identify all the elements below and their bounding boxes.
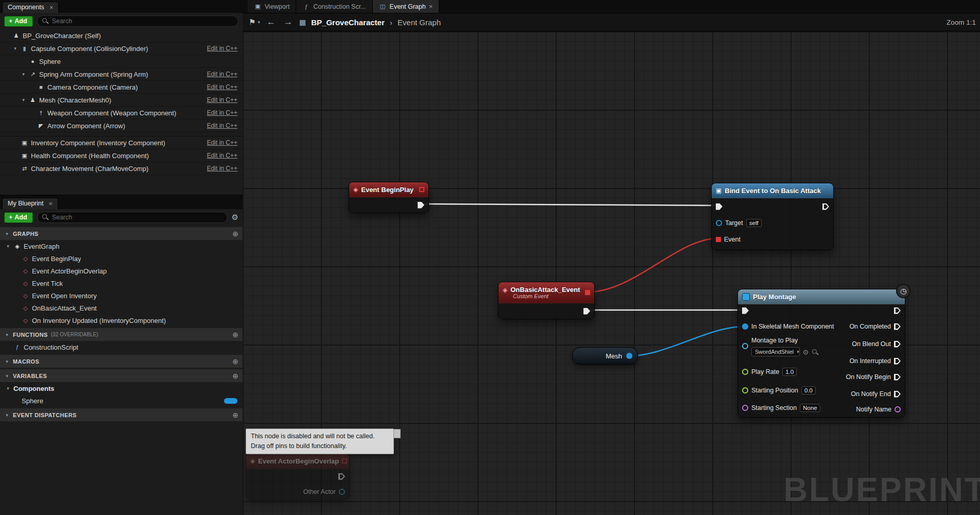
on-interrupted-exec-pin[interactable]: [894, 358, 901, 365]
component-tree-row-inventory-component-inventory-component[interactable]: ▣Inventory Component (Inventory Componen…: [0, 136, 243, 149]
section-expander-icon[interactable]: ▾: [4, 231, 10, 236]
play-rate-float-pin[interactable]: [742, 369, 748, 375]
expander-icon[interactable]: ▾: [5, 244, 11, 249]
event-delegate-pin[interactable]: [716, 237, 721, 242]
exec-input-pin[interactable]: [716, 203, 723, 210]
component-tree-row-arrow-component-arrow[interactable]: ◤Arrow Component (Arrow)Edit in C++: [0, 119, 243, 132]
skeletal-mesh-input-pin[interactable]: [742, 323, 748, 330]
starting-position-float-pin[interactable]: [742, 387, 748, 393]
delegate-output-pin[interactable]: [585, 290, 590, 295]
exec-output-pin[interactable]: [418, 202, 424, 209]
add-section-item-button[interactable]: ⊕: [232, 230, 238, 237]
exec-input-pin[interactable]: [742, 307, 749, 314]
add-component-button[interactable]: + Add: [4, 16, 33, 27]
forward-arrow-button[interactable]: →: [282, 17, 294, 27]
exec-output-pin[interactable]: [583, 308, 590, 315]
tab-my-blueprint[interactable]: My Blueprint ×: [2, 198, 58, 209]
add-section-item-button[interactable]: ⊕: [232, 358, 238, 365]
section-header-variables[interactable]: ▾VARIABLES⊕: [0, 369, 243, 382]
add-section-item-button[interactable]: ⊕: [232, 411, 238, 419]
section-expander-icon[interactable]: ▾: [4, 413, 10, 418]
montage-asset-pin[interactable]: [742, 343, 748, 349]
node-mesh-variable[interactable]: Mesh: [572, 347, 638, 365]
component-tree-row-bp-grovecharacter-self[interactable]: ♟BP_GroveCharacter (Self): [0, 29, 243, 42]
my-blueprint-row-event-tick[interactable]: ◇Event Tick: [0, 277, 243, 289]
starting-position-field[interactable]: 0.0: [801, 386, 816, 394]
graph-canvas[interactable]: BLUEPRINT ◈ Event BeginPlay: [243, 31, 980, 515]
my-blueprint-row-event-beginplay[interactable]: ◇Event BeginPlay: [0, 252, 243, 265]
on-completed-exec-pin[interactable]: [894, 323, 901, 330]
edit-in-cpp-link[interactable]: Edit in C++: [207, 139, 243, 146]
my-blueprint-row-event-open-inventory[interactable]: ◇Event Open Inventory: [0, 289, 243, 302]
expander-icon[interactable]: ▾: [21, 72, 26, 77]
close-tab-icon[interactable]: ×: [429, 3, 433, 10]
component-tree-row-mesh-charactermesh0[interactable]: ▾♟Mesh (CharacterMesh0)Edit in C++: [0, 94, 243, 107]
my-blueprint-row-onbasicattack-event[interactable]: ◇OnBasicAttack_Event: [0, 302, 243, 314]
component-tree-row-health-component-health-component[interactable]: ▣Health Component (Health Component)Edit…: [0, 149, 243, 162]
exec-output-pin[interactable]: [894, 307, 901, 314]
close-tab-icon[interactable]: ×: [49, 4, 54, 11]
add-blueprint-item-button[interactable]: + Add: [4, 212, 33, 223]
gear-icon[interactable]: ⚙: [232, 213, 238, 222]
target-object-pin[interactable]: [716, 220, 722, 226]
tab-event-graph[interactable]: ◫Event Graph×: [373, 0, 440, 13]
my-blueprint-row-constructionscript[interactable]: ƒConstructionScript: [0, 341, 243, 353]
mesh-output-pin[interactable]: [626, 353, 632, 359]
component-tree-row-camera-component-camera[interactable]: ■Camera Component (Camera)Edit in C++: [0, 81, 243, 94]
edit-in-cpp-link[interactable]: Edit in C++: [207, 83, 243, 91]
component-tree-row-capsule-component-collisioncylinder[interactable]: ▾▮Capsule Component (CollisionCylinder)E…: [0, 42, 243, 55]
section-header-event-dispatchers[interactable]: ▾EVENT DISPATCHERS⊕: [0, 408, 243, 421]
delegate-output-pin[interactable]: [419, 187, 424, 192]
my-blueprint-row-eventgraph[interactable]: ▾◈EventGraph: [0, 240, 243, 252]
edit-in-cpp-link[interactable]: Edit in C++: [207, 109, 243, 116]
add-section-item-button[interactable]: ⊕: [232, 331, 238, 338]
component-tree-row-character-movement-charmovecomp[interactable]: ⇄Character Movement (CharMoveComp)Edit i…: [0, 162, 243, 175]
section-header-functions[interactable]: ▾FUNCTIONS(32 OVERRIDABLE)⊕: [0, 328, 243, 341]
tab-components[interactable]: Components ×: [2, 2, 59, 13]
add-section-item-button[interactable]: ⊕: [232, 372, 238, 380]
component-tree-row-sphere[interactable]: ●Sphere: [0, 55, 243, 68]
variable-type-pill[interactable]: [224, 398, 237, 404]
section-header-graphs[interactable]: ▾GRAPHS⊕: [0, 227, 243, 240]
close-tab-icon[interactable]: ×: [48, 200, 53, 207]
montage-asset-dropdown[interactable]: SwordAndShiel ▾: [751, 347, 800, 356]
node-event-actorbeginoverlap[interactable]: ◈ Event ActorBeginOverlap Other Actor: [246, 453, 350, 500]
play-rate-field[interactable]: 1.0: [782, 368, 797, 376]
expander-icon[interactable]: ▾: [12, 46, 18, 51]
component-tree-row-spring-arm-component-spring-arm[interactable]: ▾↗Spring Arm Component (Spring Arm)Edit …: [0, 68, 243, 81]
edit-in-cpp-link[interactable]: Edit in C++: [207, 165, 243, 172]
variable-row-sphere[interactable]: Sphere: [0, 394, 243, 407]
expander-icon[interactable]: ▾: [5, 386, 11, 391]
components-search-input[interactable]: [37, 15, 238, 27]
section-header-macros[interactable]: ▾MACROS⊕: [0, 355, 243, 368]
node-onbasicattack-event[interactable]: ◈ OnBasicAttack_Event Custom Event: [498, 282, 595, 319]
section-expander-icon[interactable]: ▾: [4, 373, 10, 379]
delegate-output-pin[interactable]: [342, 458, 347, 464]
use-selected-asset-icon[interactable]: ⊙: [803, 348, 809, 356]
my-blueprint-row-event-actorbeginoverlap[interactable]: ◇Event ActorBeginOverlap: [0, 265, 243, 277]
edit-in-cpp-link[interactable]: Edit in C++: [207, 96, 243, 104]
bookmark-dropdown-caret-icon[interactable]: ▾: [257, 20, 260, 25]
on-notify-begin-exec-pin[interactable]: [894, 374, 901, 381]
node-bind-event[interactable]: ▣ Bind Event to On Basic Attack Target s…: [711, 183, 834, 250]
other-actor-object-pin[interactable]: [339, 489, 345, 495]
bookmark-icon[interactable]: ⚑: [249, 18, 255, 27]
my-blueprint-row-components[interactable]: ▾Components: [0, 382, 243, 394]
breadcrumb-root[interactable]: BP_GroveCharacter: [311, 18, 385, 27]
node-event-beginplay[interactable]: ◈ Event BeginPlay: [349, 182, 429, 213]
exec-output-pin[interactable]: [338, 473, 345, 480]
back-arrow-button[interactable]: ←: [265, 17, 277, 27]
edit-in-cpp-link[interactable]: Edit in C++: [207, 45, 243, 52]
node-play-montage[interactable]: Play Montage ◷ In Skeletal Mesh Componen…: [737, 289, 905, 418]
exec-output-pin[interactable]: [822, 203, 829, 210]
edit-in-cpp-link[interactable]: Edit in C++: [207, 152, 243, 159]
browse-asset-icon[interactable]: [812, 349, 818, 355]
tab-construction-scr[interactable]: ƒConstruction Scr...: [296, 0, 372, 13]
my-blueprint-row-on-inventory-updated-inventorycomponent[interactable]: ◇On Inventory Updated (InventoryComponen…: [0, 314, 243, 327]
component-tree-row-weapon-component-weapon-component[interactable]: †Weapon Component (Weapon Component)Edit…: [0, 107, 243, 119]
my-blueprint-search-input[interactable]: [37, 212, 228, 223]
on-blend-out-exec-pin[interactable]: [894, 341, 901, 348]
target-value-field[interactable]: self: [746, 219, 762, 227]
notify-name-pin[interactable]: [895, 406, 901, 413]
expander-icon[interactable]: ▾: [21, 97, 26, 102]
